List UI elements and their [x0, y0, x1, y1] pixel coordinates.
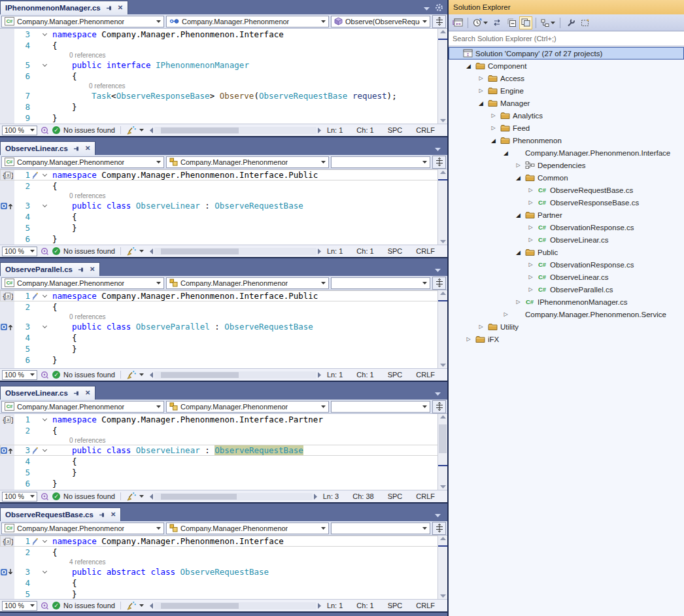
- fold-toggle-icon[interactable]: [39, 169, 50, 180]
- tree-item[interactable]: ◢Component: [449, 60, 684, 72]
- code-editor[interactable]: {a}1namespace Company.Manager.Phenonmeno…: [0, 290, 447, 368]
- solution-explorer-title-bar[interactable]: Solution Explorer: [449, 0, 684, 14]
- close-icon[interactable]: ✕: [118, 5, 123, 11]
- zoom-level-dropdown[interactable]: 100 %: [2, 247, 37, 256]
- expander-expanded-icon[interactable]: ◢: [475, 100, 487, 107]
- search-input[interactable]: [449, 31, 684, 46]
- tree-item[interactable]: ▷Access: [449, 72, 684, 84]
- close-icon[interactable]: ✕: [90, 266, 95, 273]
- scroll-down-icon[interactable]: [438, 364, 447, 367]
- code-editor[interactable]: 3namespace Company.Manager.Phenonmenon.I…: [0, 29, 447, 124]
- scroll-left-icon[interactable]: [150, 494, 153, 500]
- expander-collapsed-icon[interactable]: ▷: [525, 237, 536, 243]
- tab-list-chevron-icon[interactable]: [424, 7, 430, 10]
- scroll-down-icon[interactable]: [438, 240, 447, 243]
- expander-collapsed-icon[interactable]: ▷: [475, 75, 487, 81]
- zoom-level-dropdown[interactable]: 100 %: [2, 126, 37, 135]
- scroll-right-icon[interactable]: [318, 372, 321, 378]
- tree-item[interactable]: ▷Utility: [449, 320, 684, 333]
- tree-item[interactable]: ▷C#ObserveParallel.cs: [449, 283, 684, 296]
- codelens-references[interactable]: 0 references: [0, 436, 447, 445]
- tree-item[interactable]: ◢Phenonmenon: [449, 134, 684, 146]
- expander-collapsed-icon[interactable]: ▷: [525, 286, 536, 292]
- scroll-right-icon[interactable]: [318, 603, 321, 609]
- navbar-member-dropdown[interactable]: [331, 277, 430, 289]
- codelens-references[interactable]: 0 references: [0, 313, 447, 321]
- split-editor-button[interactable]: [432, 522, 446, 535]
- expander-collapsed-icon[interactable]: ▷: [525, 199, 536, 205]
- code-cleanup-broom-icon[interactable]: [126, 371, 136, 379]
- editor-tab[interactable]: ObserveRequestBase.cs✕: [0, 507, 121, 521]
- tab-list-chevron-icon[interactable]: [435, 269, 441, 272]
- tree-item[interactable]: ▷iFX: [449, 333, 684, 345]
- fold-toggle-icon[interactable]: [39, 321, 50, 332]
- scroll-down-icon[interactable]: [438, 119, 447, 122]
- document-health-icon[interactable]: [41, 602, 49, 610]
- scroll-left-icon[interactable]: [150, 372, 153, 378]
- scroll-right-icon[interactable]: [314, 494, 317, 500]
- tree-item[interactable]: ▷Analytics: [449, 109, 684, 122]
- tree-item[interactable]: ▷C#ObserveLinear.cs: [449, 271, 684, 283]
- tree-item[interactable]: ▷C#IPhenonmenonManager.cs: [449, 296, 684, 308]
- document-health-icon[interactable]: [41, 371, 49, 379]
- preview-selected-items-button[interactable]: [519, 16, 532, 29]
- code-editor[interactable]: {a}1namespace Company.Manager.Phenonmeno…: [0, 414, 447, 490]
- tree-item[interactable]: ▷Engine: [449, 84, 684, 97]
- filter-pending-changes-button[interactable]: [471, 16, 489, 29]
- fold-toggle-icon[interactable]: [39, 29, 50, 40]
- issues-status-text[interactable]: No issues found: [63, 602, 115, 609]
- tree-item[interactable]: ▷Company.Manager.Phenonmenon.Service: [449, 308, 684, 320]
- horizontal-scrollbar[interactable]: [150, 371, 321, 379]
- navbar-member-dropdown[interactable]: [331, 522, 430, 534]
- expander-collapsed-icon[interactable]: ▷: [513, 162, 524, 168]
- code-editor[interactable]: {a}1namespace Company.Manager.Phenonmeno…: [0, 169, 447, 245]
- expander-collapsed-icon[interactable]: ▷: [525, 274, 536, 280]
- zoom-level-dropdown[interactable]: 100 %: [2, 492, 37, 502]
- navbar-member-dropdown[interactable]: Observe(ObserveRequestBase requ: [331, 16, 430, 27]
- tree-item[interactable]: ▷C#ObservationResponse.cs: [449, 221, 684, 233]
- expander-collapsed-icon[interactable]: ▷: [513, 299, 524, 305]
- collapse-all-button[interactable]: [505, 16, 518, 29]
- split-editor-button[interactable]: [432, 400, 446, 413]
- editor-tab[interactable]: ObserveParallel.cs✕: [0, 262, 100, 276]
- pin-icon[interactable]: [73, 146, 80, 152]
- horizontal-scrollbar[interactable]: [150, 126, 321, 135]
- issues-status-text[interactable]: No issues found: [63, 371, 115, 379]
- navbar-project-dropdown[interactable]: C#Company.Manager.Phenonmenor: [1, 401, 164, 413]
- scroll-up-icon[interactable]: [438, 415, 447, 419]
- expander-collapsed-icon[interactable]: ▷: [488, 112, 499, 118]
- expander-collapsed-icon[interactable]: ▷: [475, 324, 487, 330]
- tree-item[interactable]: ▷C#ObserveLinear.cs: [449, 233, 684, 246]
- fold-toggle-icon[interactable]: [39, 414, 50, 425]
- pin-icon[interactable]: [73, 390, 80, 396]
- close-icon[interactable]: ✕: [111, 511, 116, 518]
- expander-expanded-icon[interactable]: ◢: [463, 63, 474, 69]
- vertical-scrollbar[interactable]: [437, 536, 447, 599]
- split-editor-button[interactable]: [432, 15, 446, 28]
- scroll-up-icon[interactable]: [438, 30, 447, 33]
- document-health-icon[interactable]: [41, 492, 49, 501]
- scrollbar-track[interactable]: [154, 602, 316, 609]
- horizontal-scrollbar[interactable]: [150, 602, 321, 610]
- scrollbar-track[interactable]: [154, 127, 316, 134]
- scroll-left-icon[interactable]: [150, 603, 153, 609]
- fold-toggle-icon[interactable]: [39, 200, 50, 211]
- expander-expanded-icon[interactable]: ◢: [513, 175, 524, 181]
- navbar-project-dropdown[interactable]: C#Company.Manager.Phenonmenor: [1, 277, 164, 289]
- issues-status-text[interactable]: No issues found: [63, 126, 115, 134]
- navbar-project-dropdown[interactable]: C#Company.Manager.Phenonmenor: [1, 156, 164, 168]
- tree-item[interactable]: ◢Common: [449, 171, 684, 184]
- settings-gear-icon[interactable]: [435, 3, 443, 12]
- tab-list-chevron-icon[interactable]: [435, 148, 441, 151]
- fold-toggle-icon[interactable]: [39, 290, 50, 301]
- scrollbar-thumb[interactable]: [161, 128, 239, 133]
- expander-expanded-icon[interactable]: ◢: [500, 150, 511, 156]
- zoom-level-dropdown[interactable]: 100 %: [2, 601, 37, 611]
- fold-toggle-icon[interactable]: [39, 445, 50, 456]
- properties-button[interactable]: [564, 16, 577, 29]
- horizontal-scrollbar[interactable]: [150, 492, 317, 501]
- scrollbar-track[interactable]: [154, 248, 316, 255]
- tree-item[interactable]: ▷C#ObserveRequestBase.cs: [449, 184, 684, 196]
- scroll-up-icon[interactable]: [438, 537, 447, 540]
- document-health-icon[interactable]: [41, 247, 49, 256]
